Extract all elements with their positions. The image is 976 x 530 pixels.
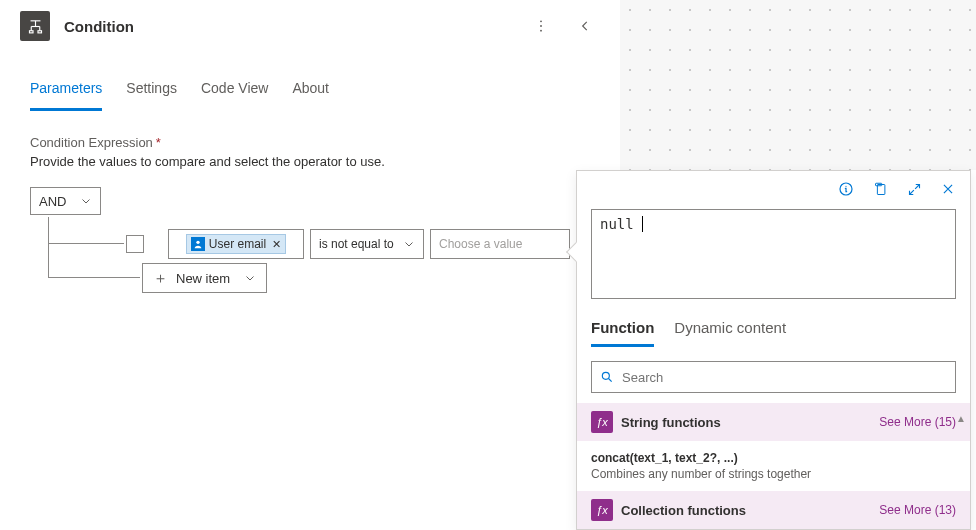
paste-icon[interactable]	[868, 177, 892, 201]
panel-header: Condition	[0, 0, 620, 52]
canvas-dot-background	[620, 0, 976, 170]
close-icon[interactable]	[936, 177, 960, 201]
see-more-collection[interactable]: See More (13)	[879, 503, 956, 517]
expression-label: Condition Expression*	[30, 135, 590, 150]
tab-function[interactable]: Function	[591, 315, 654, 347]
chevron-down-icon	[80, 195, 92, 207]
condition-row: User email ✕ is not equal to Choose a va…	[126, 229, 570, 259]
svg-point-2	[540, 20, 542, 22]
plus-icon: ＋	[153, 269, 168, 288]
tab-about[interactable]: About	[292, 72, 329, 111]
svg-point-9	[602, 372, 609, 379]
collection-functions-title: Collection functions	[621, 503, 879, 518]
tree-h-line-2	[48, 277, 140, 278]
collapse-chevron-icon[interactable]	[570, 11, 600, 41]
expression-flyout: null Function Dynamic content ▲ ƒx Strin…	[576, 170, 971, 530]
tab-dynamic-content[interactable]: Dynamic content	[674, 315, 786, 347]
expand-icon[interactable]	[902, 177, 926, 201]
tab-settings[interactable]: Settings	[126, 72, 177, 111]
right-value-placeholder: Choose a value	[439, 237, 522, 251]
logic-operator-label: AND	[39, 194, 66, 209]
dynamic-content-pill[interactable]: User email ✕	[186, 234, 286, 254]
person-icon	[191, 237, 205, 251]
svg-rect-1	[37, 30, 41, 32]
logic-operator-dropdown[interactable]: AND	[30, 187, 101, 215]
fx-icon: ƒx	[591, 411, 613, 433]
function-search-box[interactable]	[591, 361, 956, 393]
expression-input[interactable]: null	[591, 209, 956, 299]
info-icon[interactable]	[834, 177, 858, 201]
right-value-box[interactable]: Choose a value	[430, 229, 570, 259]
svg-point-5	[196, 241, 199, 244]
flyout-tabs: Function Dynamic content	[577, 299, 970, 347]
flyout-toolbar	[577, 171, 970, 205]
tab-parameters[interactable]: Parameters	[30, 72, 102, 111]
see-more-string[interactable]: See More (15)	[879, 415, 956, 429]
tree-h-line-1	[48, 243, 124, 244]
search-icon	[600, 370, 614, 384]
svg-point-4	[540, 30, 542, 32]
function-item-name: concat(text_1, text_2?, ...)	[591, 451, 956, 465]
tab-codeview[interactable]: Code View	[201, 72, 268, 111]
panel-tabs: Parameters Settings Code View About	[0, 52, 620, 111]
expression-value: null	[600, 216, 634, 232]
required-asterisk: *	[156, 135, 161, 150]
tree-v-line	[48, 217, 49, 277]
search-input[interactable]	[622, 370, 947, 385]
function-item-desc: Combines any number of strings together	[591, 467, 956, 481]
chevron-down-icon	[403, 238, 415, 250]
svg-rect-0	[29, 30, 33, 32]
chevron-down-icon	[244, 272, 256, 284]
expression-label-text: Condition Expression	[30, 135, 153, 150]
string-functions-title: String functions	[621, 415, 879, 430]
pill-remove-icon[interactable]: ✕	[272, 238, 281, 251]
string-functions-header[interactable]: ƒx String functions See More (15)	[577, 403, 970, 441]
condition-action-icon	[20, 11, 50, 41]
left-value-box[interactable]: User email ✕	[168, 229, 304, 259]
collection-functions-header[interactable]: ƒx Collection functions See More (13)	[577, 491, 970, 529]
pill-label: User email	[209, 237, 266, 251]
more-options-icon[interactable]	[526, 11, 556, 41]
page-title: Condition	[64, 18, 134, 35]
new-item-button[interactable]: ＋ New item	[142, 263, 267, 293]
operator-dropdown[interactable]: is not equal to	[310, 229, 424, 259]
expression-hint: Provide the values to compare and select…	[30, 154, 590, 169]
row-checkbox[interactable]	[126, 235, 144, 253]
text-caret	[634, 216, 643, 232]
new-item-label: New item	[176, 271, 230, 286]
parameters-body: Condition Expression* Provide the values…	[0, 111, 620, 249]
scroll-up-indicator: ▲	[956, 413, 966, 424]
operator-label: is not equal to	[319, 237, 394, 251]
function-item-concat[interactable]: concat(text_1, text_2?, ...) Combines an…	[577, 441, 970, 485]
condition-panel: Condition Parameters Settings Code View …	[0, 0, 620, 530]
fx-icon: ƒx	[591, 499, 613, 521]
svg-point-3	[540, 25, 542, 27]
